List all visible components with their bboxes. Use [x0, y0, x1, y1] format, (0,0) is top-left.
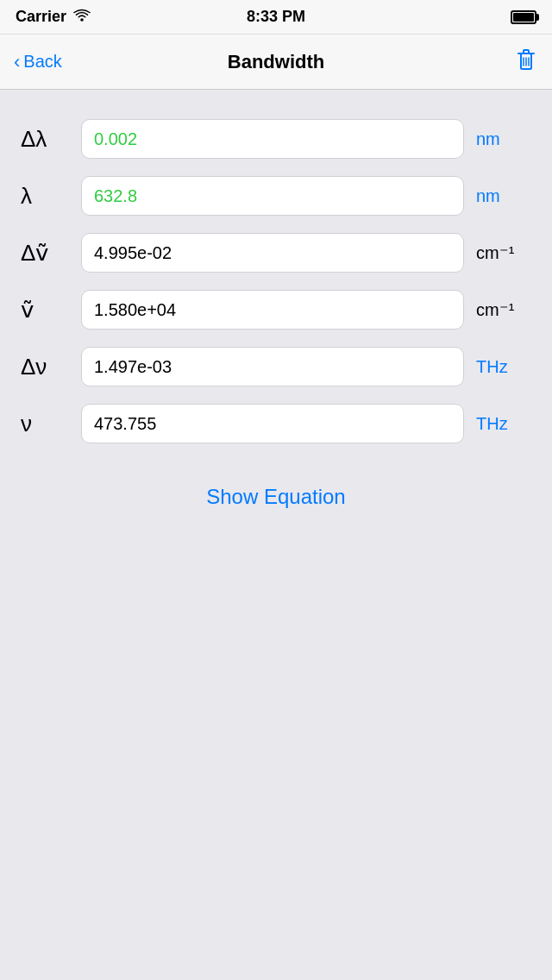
label-lambda: λ: [21, 183, 69, 210]
unit-wavenumber: cm⁻¹: [476, 299, 531, 320]
svg-rect-3: [524, 50, 529, 53]
field-row-wavenumber: ṽ cm⁻¹: [0, 281, 552, 338]
input-wavenumber[interactable]: [81, 290, 464, 330]
wifi-icon: [73, 9, 91, 26]
status-battery: [511, 10, 536, 24]
field-row-frequency: ν THz: [0, 395, 552, 452]
unit-lambda: nm: [476, 186, 531, 206]
battery-fill: [513, 13, 534, 22]
unit-frequency: THz: [476, 414, 531, 434]
trash-icon: [514, 47, 538, 74]
field-row-lambda: λ nm: [0, 167, 552, 224]
input-delta-lambda[interactable]: [81, 119, 464, 159]
unit-delta-lambda: nm: [476, 129, 531, 149]
unit-delta-frequency: THz: [476, 357, 531, 377]
field-row-delta-frequency: Δν THz: [0, 338, 552, 395]
back-chevron-icon: ‹: [14, 53, 20, 72]
status-carrier: Carrier: [16, 8, 91, 26]
trash-button[interactable]: [514, 47, 538, 77]
field-row-delta-lambda: Δλ nm: [0, 110, 552, 167]
battery-icon: [511, 10, 536, 24]
back-button[interactable]: ‹ Back: [14, 52, 62, 72]
label-delta-wavenumber: Δṽ: [21, 240, 69, 267]
input-delta-wavenumber[interactable]: [81, 233, 464, 273]
status-bar: Carrier 8:33 PM: [0, 0, 552, 35]
show-equation-button[interactable]: Show Equation: [189, 476, 362, 518]
label-wavenumber: ṽ: [21, 297, 69, 324]
nav-bar: ‹ Back Bandwidth: [0, 35, 552, 90]
field-row-delta-wavenumber: Δṽ cm⁻¹: [0, 224, 552, 281]
status-time: 8:33 PM: [247, 8, 305, 26]
input-delta-frequency[interactable]: [81, 347, 464, 386]
svg-point-0: [80, 18, 84, 22]
label-frequency: ν: [21, 411, 69, 437]
carrier-label: Carrier: [16, 8, 66, 26]
input-lambda[interactable]: [81, 176, 464, 216]
nav-title: Bandwidth: [228, 51, 324, 73]
back-label: Back: [23, 52, 61, 72]
unit-delta-wavenumber: cm⁻¹: [476, 242, 531, 263]
input-frequency[interactable]: [81, 404, 464, 443]
content-area: Δλ nm λ nm Δṽ cm⁻¹ ṽ cm⁻¹ Δν THz ν THz S…: [0, 90, 552, 518]
label-delta-lambda: Δλ: [21, 126, 69, 153]
label-delta-frequency: Δν: [21, 354, 69, 380]
